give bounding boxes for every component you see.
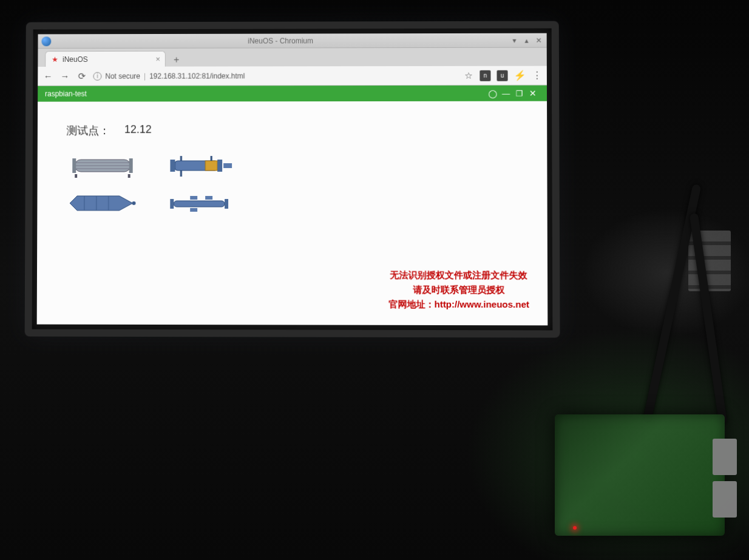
extension-icon-1[interactable]: n (480, 70, 490, 81)
window-close-button[interactable]: ✕ (535, 36, 543, 44)
window-minimize-button[interactable]: ▾ (510, 36, 518, 44)
svg-rect-23 (190, 196, 197, 200)
license-error-message: 无法识别授权文件或注册文件失效 请及时联系管理员授权 官网地址：http://w… (388, 268, 529, 312)
license-line-2: 请及时联系管理员授权 (388, 282, 529, 297)
license-url-prefix: 官网地址： (388, 299, 434, 309)
new-tab-button[interactable]: + (169, 53, 184, 67)
forward-button[interactable]: → (59, 71, 70, 81)
browser-tabstrip: ★ iNeuOS × + (38, 48, 547, 67)
svg-rect-5 (129, 158, 133, 173)
page-content: 测试点： 12.12 (37, 101, 548, 326)
svg-rect-10 (170, 160, 175, 172)
app-titlebar: raspbian-test ◯ — ❐ ✕ (38, 86, 547, 102)
license-line-1: 无法识别授权文件或注册文件失效 (388, 268, 529, 282)
svg-rect-9 (205, 161, 217, 170)
site-info-icon[interactable]: i (93, 72, 102, 80)
chromium-app-icon (41, 36, 51, 46)
favicon-star-icon: ★ (52, 56, 59, 63)
testpoint-label: 测试点： (66, 123, 110, 138)
tab-title: iNeuOS (63, 55, 88, 63)
extension-bolt-icon[interactable]: ⚡ (514, 70, 526, 81)
url-separator: | (144, 72, 146, 80)
app-close-button[interactable]: ✕ (526, 89, 540, 98)
equipment-grid (66, 152, 518, 217)
license-line-3: 官网地址：http://www.ineuos.net (388, 297, 529, 312)
equipment-shell-tube-icon (66, 152, 138, 179)
browser-tab-active[interactable]: ★ iNeuOS × (45, 51, 166, 67)
svg-rect-21 (170, 199, 174, 209)
svg-rect-24 (205, 196, 212, 200)
app-refresh-button[interactable]: ◯ (486, 89, 499, 98)
back-button[interactable]: ← (42, 71, 53, 81)
svg-rect-4 (72, 158, 76, 173)
physical-monitor: iNeuOS - Chromium ▾ ▴ ✕ ★ iNeuOS × + ← →… (25, 21, 560, 338)
svg-rect-7 (128, 174, 130, 178)
equipment-thin-exchanger-icon (163, 190, 236, 217)
svg-rect-22 (225, 199, 228, 209)
reload-button[interactable]: ⟳ (76, 70, 87, 81)
bookmark-star-icon[interactable]: ☆ (463, 70, 473, 81)
os-window-title: iNeuOS - Chromium (56, 36, 506, 45)
svg-point-19 (132, 201, 136, 205)
svg-rect-6 (75, 174, 77, 178)
testpoint-readout: 测试点： 12.12 (66, 123, 517, 138)
window-maximize-button[interactable]: ▴ (522, 36, 530, 44)
app-maximize-button[interactable]: ❐ (513, 89, 526, 98)
screen-area: iNeuOS - Chromium ▾ ▴ ✕ ★ iNeuOS × + ← →… (37, 33, 548, 326)
tab-close-button[interactable]: × (155, 55, 160, 64)
app-minimize-button[interactable]: — (500, 89, 513, 98)
browser-toolbar: ← → ⟳ i Not secure | 192.168.31.102:81/i… (38, 66, 547, 86)
browser-menu-button[interactable]: ⋮ (532, 70, 542, 81)
equipment-vessel-icon (66, 190, 139, 217)
svg-rect-12 (223, 163, 232, 168)
address-bar[interactable]: i Not secure | 192.168.31.102:81/index.h… (93, 71, 457, 80)
svg-rect-25 (190, 208, 197, 212)
equipment-exchanger-blue-icon (163, 152, 236, 179)
security-status-label: Not secure (105, 72, 140, 80)
os-window-titlebar: iNeuOS - Chromium ▾ ▴ ✕ (38, 33, 546, 49)
license-url-link[interactable]: http://www.ineuos.net (435, 299, 529, 309)
testpoint-value: 12.12 (124, 123, 152, 138)
url-text: 192.168.31.102:81/index.html (149, 72, 245, 80)
extension-icon-2[interactable]: u (497, 70, 507, 81)
svg-rect-20 (174, 201, 225, 207)
app-title: raspbian-test (45, 89, 486, 98)
svg-rect-11 (217, 160, 222, 172)
raspberry-pi-board (555, 414, 725, 536)
